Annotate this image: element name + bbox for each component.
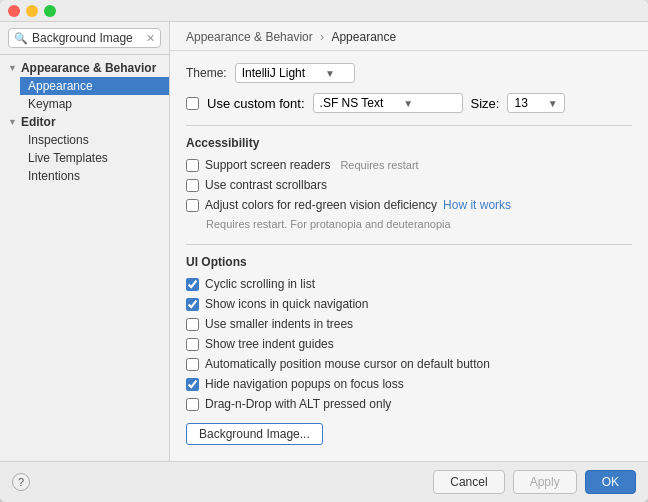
breadcrumb-current: Appearance xyxy=(331,30,396,44)
support-screen-readers-label: Support screen readers xyxy=(205,158,330,172)
cancel-button[interactable]: Cancel xyxy=(433,470,504,494)
tree-indent-guides-row: Show tree indent guides xyxy=(186,337,632,351)
help-button[interactable]: ? xyxy=(12,473,30,491)
tree-arrow-icon: ▼ xyxy=(8,117,17,127)
ui-options-section: UI Options Cyclic scrolling in list Show… xyxy=(186,255,632,455)
search-bar: 🔍 ✕ xyxy=(0,22,169,55)
red-green-vision-checkbox[interactable] xyxy=(186,199,199,212)
accessibility-section: Accessibility Support screen readers Req… xyxy=(186,136,632,230)
clear-icon[interactable]: ✕ xyxy=(146,32,155,45)
right-panel: Appearance & Behavior › Appearance Theme… xyxy=(170,22,648,461)
cyclic-scrolling-label: Cyclic scrolling in list xyxy=(205,277,315,291)
sidebar-group-label: Editor xyxy=(21,115,56,129)
use-custom-font-checkbox[interactable] xyxy=(186,97,199,110)
dropdown-arrow-icon: ▼ xyxy=(325,68,335,79)
size-dropdown-arrow-icon: ▼ xyxy=(548,98,558,109)
sidebar: 🔍 ✕ ▼ Appearance & Behavior Appearance K… xyxy=(0,22,170,461)
vision-sub-note: Requires restart. For protanopia and deu… xyxy=(206,218,632,230)
how-it-works-link[interactable]: How it works xyxy=(443,198,511,212)
maximize-button[interactable] xyxy=(44,5,56,17)
use-contrast-scrollbars-checkbox[interactable] xyxy=(186,179,199,192)
theme-label: Theme: xyxy=(186,66,227,80)
divider-1 xyxy=(186,125,632,126)
breadcrumb-separator: › xyxy=(320,30,324,44)
background-image-button[interactable]: Background Image... xyxy=(186,423,323,445)
sidebar-indent-appearance-behavior: Appearance Keymap xyxy=(0,77,169,113)
support-screen-readers-row: Support screen readers Requires restart xyxy=(186,158,632,172)
drag-n-drop-row: Drag-n-Drop with ALT pressed only xyxy=(186,397,632,411)
auto-position-mouse-checkbox[interactable] xyxy=(186,358,199,371)
smaller-indents-row: Use smaller indents in trees xyxy=(186,317,632,331)
show-icons-quick-nav-row: Show icons in quick navigation xyxy=(186,297,632,311)
size-dropdown[interactable]: 13 ▼ xyxy=(507,93,564,113)
window-controls xyxy=(8,5,56,17)
theme-dropdown[interactable]: IntelliJ Light ▼ xyxy=(235,63,355,83)
sidebar-item-label: Keymap xyxy=(28,97,72,111)
sidebar-item-keymap[interactable]: Keymap xyxy=(20,95,169,113)
sidebar-item-label: Live Templates xyxy=(28,151,108,165)
sidebar-item-label: Appearance xyxy=(28,79,93,93)
use-contrast-scrollbars-row: Use contrast scrollbars xyxy=(186,178,632,192)
sidebar-item-intentions[interactable]: Intentions xyxy=(20,167,169,185)
hide-nav-popups-checkbox[interactable] xyxy=(186,378,199,391)
close-button[interactable] xyxy=(8,5,20,17)
font-value: .SF NS Text xyxy=(320,96,384,110)
footer: ? Cancel Apply OK xyxy=(0,461,648,502)
ui-options-title: UI Options xyxy=(186,255,632,269)
size-label: Size: xyxy=(471,96,500,111)
panel-body: Theme: IntelliJ Light ▼ Use custom font:… xyxy=(170,51,648,461)
red-green-vision-label: Adjust colors for red-green vision defic… xyxy=(205,198,437,212)
size-value: 13 xyxy=(514,96,527,110)
tree-arrow-icon: ▼ xyxy=(8,63,17,73)
cyclic-scrolling-row: Cyclic scrolling in list xyxy=(186,277,632,291)
font-dropdown-arrow-icon: ▼ xyxy=(403,98,413,109)
tree-content: ▼ Appearance & Behavior Appearance Keyma… xyxy=(0,55,169,461)
search-wrapper[interactable]: 🔍 ✕ xyxy=(8,28,161,48)
accessibility-title: Accessibility xyxy=(186,136,632,150)
sidebar-item-label: Inspections xyxy=(28,133,89,147)
tree-indent-guides-checkbox[interactable] xyxy=(186,338,199,351)
sidebar-indent-editor: Inspections Live Templates Intentions xyxy=(0,131,169,185)
sidebar-item-appearance[interactable]: Appearance xyxy=(20,77,169,95)
tree-indent-guides-label: Show tree indent guides xyxy=(205,337,334,351)
title-bar xyxy=(0,0,648,22)
sidebar-group-label: Appearance & Behavior xyxy=(21,61,156,75)
hide-nav-popups-row: Hide navigation popups on focus loss xyxy=(186,377,632,391)
apply-button[interactable]: Apply xyxy=(513,470,577,494)
search-input[interactable] xyxy=(32,31,142,45)
divider-2 xyxy=(186,244,632,245)
sidebar-item-label: Intentions xyxy=(28,169,80,183)
red-green-vision-row: Adjust colors for red-green vision defic… xyxy=(186,198,632,212)
requires-restart-note-0: Requires restart xyxy=(340,159,418,171)
theme-value: IntelliJ Light xyxy=(242,66,305,80)
breadcrumb-parent: Appearance & Behavior xyxy=(186,30,313,44)
smaller-indents-checkbox[interactable] xyxy=(186,318,199,331)
breadcrumb: Appearance & Behavior › Appearance xyxy=(170,22,648,51)
drag-n-drop-checkbox[interactable] xyxy=(186,398,199,411)
sidebar-item-live-templates[interactable]: Live Templates xyxy=(20,149,169,167)
show-icons-quick-nav-checkbox[interactable] xyxy=(186,298,199,311)
auto-position-mouse-row: Automatically position mouse cursor on d… xyxy=(186,357,632,371)
hide-nav-popups-label: Hide navigation popups on focus loss xyxy=(205,377,404,391)
sidebar-group-appearance-behavior[interactable]: ▼ Appearance & Behavior xyxy=(0,59,169,77)
font-row: Use custom font: .SF NS Text ▼ Size: 13 … xyxy=(186,93,632,113)
font-dropdown[interactable]: .SF NS Text ▼ xyxy=(313,93,463,113)
cyclic-scrolling-checkbox[interactable] xyxy=(186,278,199,291)
search-icon: 🔍 xyxy=(14,32,28,45)
minimize-button[interactable] xyxy=(26,5,38,17)
ok-button[interactable]: OK xyxy=(585,470,636,494)
settings-window: 🔍 ✕ ▼ Appearance & Behavior Appearance K… xyxy=(0,0,648,502)
show-icons-quick-nav-label: Show icons in quick navigation xyxy=(205,297,368,311)
auto-position-mouse-label: Automatically position mouse cursor on d… xyxy=(205,357,490,371)
main-content: 🔍 ✕ ▼ Appearance & Behavior Appearance K… xyxy=(0,22,648,461)
theme-row: Theme: IntelliJ Light ▼ xyxy=(186,63,632,83)
use-custom-font-label: Use custom font: xyxy=(207,96,305,111)
drag-n-drop-label: Drag-n-Drop with ALT pressed only xyxy=(205,397,391,411)
support-screen-readers-checkbox[interactable] xyxy=(186,159,199,172)
use-contrast-scrollbars-label: Use contrast scrollbars xyxy=(205,178,327,192)
sidebar-group-editor[interactable]: ▼ Editor xyxy=(0,113,169,131)
sidebar-item-inspections[interactable]: Inspections xyxy=(20,131,169,149)
smaller-indents-label: Use smaller indents in trees xyxy=(205,317,353,331)
